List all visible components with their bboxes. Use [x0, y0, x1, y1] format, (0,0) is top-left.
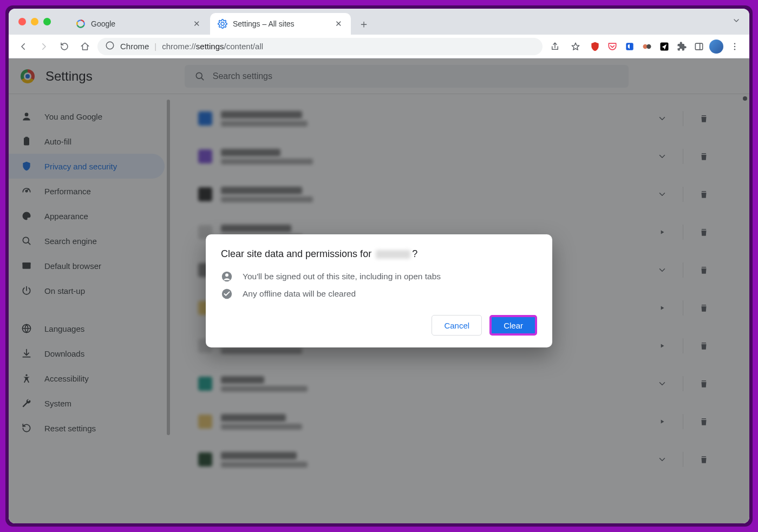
address-bar[interactable]: Chrome | chrome://settings/content/all — [97, 38, 543, 55]
google-favicon-icon — [76, 19, 86, 29]
window-controls — [18, 18, 51, 25]
url-scheme-label: Chrome — [120, 42, 149, 51]
cancel-button[interactable]: Cancel — [432, 315, 482, 336]
svg-point-9 — [734, 45, 736, 47]
chrome-menu-button[interactable] — [727, 38, 743, 55]
tab-close-button[interactable]: ✕ — [334, 19, 343, 29]
extension-generic-icon[interactable] — [640, 40, 654, 54]
url-host: chrome:// — [162, 42, 196, 51]
share-button[interactable] — [547, 38, 563, 55]
new-tab-button[interactable]: ＋ — [355, 15, 373, 32]
svg-point-8 — [734, 43, 736, 44]
browser-tab-settings[interactable]: Settings – All sites ✕ — [210, 13, 351, 35]
url-path-strong: settings — [196, 42, 224, 51]
svg-rect-6 — [695, 43, 702, 50]
window-minimize-button[interactable] — [31, 18, 38, 25]
extension-row — [588, 38, 743, 55]
svg-point-1 — [106, 42, 114, 49]
svg-point-21 — [225, 273, 228, 277]
browser-tab-google[interactable]: Google ✕ — [68, 13, 209, 35]
tab-overflow-button[interactable] — [732, 16, 741, 27]
settings-page: Settings Search settings You and GoogleA… — [9, 58, 749, 523]
person-icon — [221, 271, 233, 283]
site-info-icon[interactable] — [105, 41, 115, 52]
dialog-info-line-1: You'll be signed out of this site, inclu… — [221, 271, 537, 283]
redacted-site-name — [376, 250, 410, 259]
window-close-button[interactable] — [18, 18, 26, 25]
tab-title: Settings – All sites — [233, 19, 328, 28]
window-maximize-button[interactable] — [43, 18, 51, 25]
browser-tabstrip: Google ✕ Settings – All sites ✕ ＋ — [9, 9, 749, 35]
forward-button[interactable] — [36, 38, 52, 55]
svg-point-10 — [734, 48, 736, 50]
reload-button[interactable] — [56, 38, 73, 55]
clear-site-data-dialog: Clear site data and permissions for ? Yo… — [206, 234, 552, 347]
profile-avatar-button[interactable] — [709, 40, 723, 54]
offline-check-icon — [221, 288, 233, 300]
dialog-info-line-2: Any offline data will be cleared — [221, 288, 537, 300]
dialog-title: Clear site data and permissions for ? — [221, 248, 537, 260]
side-panel-button[interactable] — [692, 40, 706, 54]
svg-point-4 — [646, 44, 651, 48]
clear-button[interactable]: Clear — [489, 315, 537, 336]
extension-bitwarden-icon[interactable] — [623, 40, 637, 54]
tab-close-button[interactable]: ✕ — [192, 19, 201, 29]
browser-toolbar: Chrome | chrome://settings/content/all — [9, 35, 749, 58]
back-button[interactable] — [15, 38, 31, 55]
extension-ublock-icon[interactable] — [588, 40, 602, 54]
bookmark-button[interactable] — [567, 38, 584, 55]
extension-pocket-icon[interactable] — [605, 40, 619, 54]
home-button[interactable] — [77, 38, 93, 55]
tab-title: Google — [91, 19, 186, 28]
extensions-menu-button[interactable] — [675, 40, 689, 54]
url-path-rest: /content/all — [224, 42, 264, 51]
extension-send-icon[interactable] — [657, 40, 671, 54]
modal-overlay: Clear site data and permissions for ? Yo… — [9, 58, 749, 523]
settings-favicon-icon — [218, 19, 227, 29]
